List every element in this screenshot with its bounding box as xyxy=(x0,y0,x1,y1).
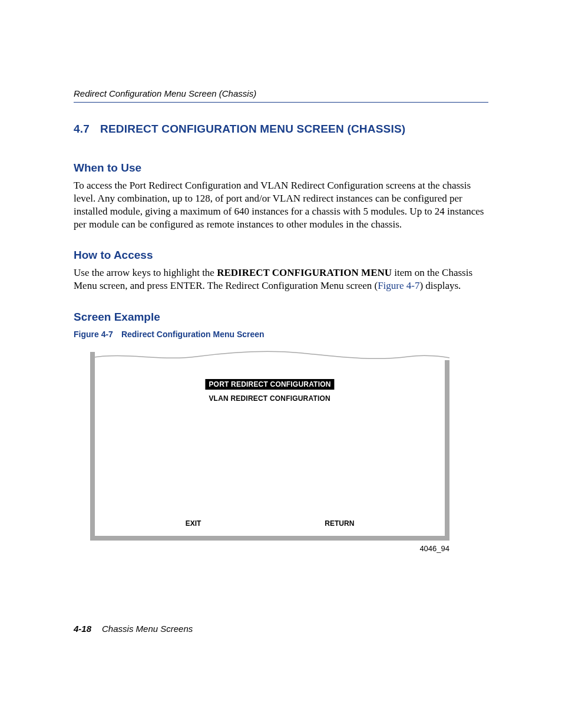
when-to-use-text: To access the Port Redirect Configuratio… xyxy=(74,179,488,231)
hta-pre: Use the arrow keys to highlight the xyxy=(74,267,217,278)
section-number: 4.7 xyxy=(74,123,90,136)
exit-button[interactable]: EXIT xyxy=(186,519,201,528)
screen-example-figure: PORT REDIRECT CONFIGURATION VLAN REDIREC… xyxy=(90,352,488,553)
section-title: REDIRECT CONFIGURATION MENU SCREEN (CHAS… xyxy=(100,123,405,136)
page-number: 4-18 xyxy=(74,624,91,634)
frame-right xyxy=(445,360,449,541)
chapter-name: Chassis Menu Screens xyxy=(102,624,193,634)
figure-caption: Figure 4-7Redirect Configuration Menu Sc… xyxy=(74,330,488,339)
screen-example-heading: Screen Example xyxy=(74,311,488,324)
hta-bold: REDIRECT CONFIGURATION MENU xyxy=(217,267,392,278)
how-to-access-text: Use the arrow keys to highlight the REDI… xyxy=(74,266,488,292)
how-to-access-heading: How to Access xyxy=(74,249,488,262)
hta-post: ) displays. xyxy=(419,280,461,291)
menu-item-vlan-redirect[interactable]: VLAN REDIRECT CONFIGURATION xyxy=(205,393,334,404)
menu-item-port-redirect[interactable]: PORT REDIRECT CONFIGURATION xyxy=(205,379,334,390)
section-heading: 4.7 REDIRECT CONFIGURATION MENU SCREEN (… xyxy=(74,123,488,136)
figure-caption-number: Figure 4-7 xyxy=(74,330,113,339)
frame-bottom xyxy=(90,536,449,541)
running-header: Redirect Configuration Menu Screen (Chas… xyxy=(74,88,488,103)
menu-list: PORT REDIRECT CONFIGURATION VLAN REDIREC… xyxy=(205,379,334,404)
wavy-top-edge xyxy=(90,350,449,361)
page: Redirect Configuration Menu Screen (Chas… xyxy=(0,0,562,728)
screen-bottom-buttons: EXIT RETURN xyxy=(90,519,449,528)
figure-id-label: 4046_94 xyxy=(90,544,449,553)
when-to-use-heading: When to Use xyxy=(74,162,488,174)
page-footer: 4-18Chassis Menu Screens xyxy=(74,624,193,634)
return-button[interactable]: RETURN xyxy=(325,519,354,528)
frame-left xyxy=(90,352,95,541)
figure-caption-title: Redirect Configuration Menu Screen xyxy=(121,330,265,339)
figure-xref[interactable]: Figure 4-7 xyxy=(378,280,419,291)
terminal-screen: PORT REDIRECT CONFIGURATION VLAN REDIREC… xyxy=(90,352,449,541)
